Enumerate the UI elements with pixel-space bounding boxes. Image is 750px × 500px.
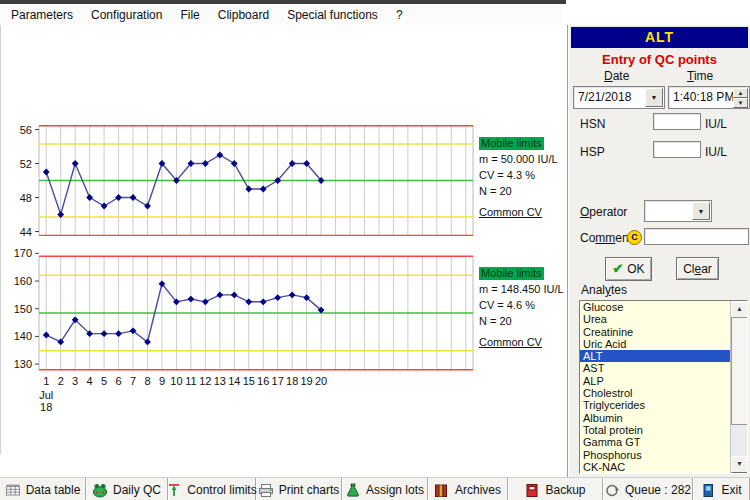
qc-data-point bbox=[274, 294, 281, 301]
toolbar-button-exit[interactable]: Exit bbox=[693, 478, 750, 500]
ok-button[interactable]: ✔ OK bbox=[605, 257, 652, 281]
operator-select[interactable]: ▼ bbox=[644, 200, 712, 222]
analyte-item-cholestrol[interactable]: Cholestrol bbox=[580, 387, 747, 399]
toolbar-button-queue-282[interactable]: Queue : 282 bbox=[603, 478, 693, 500]
dropdown-arrow-icon[interactable]: ▼ bbox=[645, 88, 663, 107]
qc-data-point bbox=[231, 291, 238, 298]
menu-item-special-functions[interactable]: Special functions bbox=[278, 5, 387, 25]
qc-data-point bbox=[101, 203, 108, 210]
frog-icon bbox=[92, 483, 108, 498]
x-tick-label: 6 bbox=[116, 375, 122, 387]
x-tick-label: 18 bbox=[286, 375, 298, 387]
qc-data-point bbox=[130, 194, 137, 201]
analyte-item-albumin[interactable]: Albumin bbox=[580, 412, 747, 424]
y-tick-label: 130 bbox=[14, 358, 32, 370]
hsn-input[interactable] bbox=[653, 113, 701, 130]
time-label: Time bbox=[687, 69, 713, 83]
toolbar-button-print-charts[interactable]: Print charts bbox=[256, 478, 342, 500]
qc-application-window: ParametersConfigurationFileClipboardSpec… bbox=[0, 0, 750, 500]
hsp-label: HSP bbox=[580, 145, 605, 159]
x-tick-label: 19 bbox=[301, 375, 313, 387]
common-cv-link[interactable]: Common CV bbox=[479, 336, 542, 349]
scrollbar-thumb[interactable] bbox=[731, 317, 748, 425]
qc-data-point bbox=[101, 330, 108, 337]
toolbar-button-data-table[interactable]: Data table bbox=[0, 478, 86, 500]
x-tick-label: 13 bbox=[214, 375, 226, 387]
toolbar-button-label: Daily QC bbox=[113, 483, 161, 497]
menu-bar: ParametersConfigurationFileClipboardSpec… bbox=[0, 4, 562, 26]
analyte-item-phosphorus[interactable]: Phosphorus bbox=[580, 449, 747, 461]
qc-data-point bbox=[245, 298, 252, 305]
analyte-item-ast[interactable]: AST bbox=[580, 362, 747, 374]
toolbar-button-backup[interactable]: Backup bbox=[508, 478, 603, 500]
menu-item-clipboard[interactable]: Clipboard bbox=[209, 5, 278, 25]
toolbar-button-daily-qc[interactable]: Daily QC bbox=[86, 478, 168, 500]
analyte-item-ck-nac[interactable]: CK-NAC bbox=[580, 461, 747, 473]
hsn-label: HSN bbox=[580, 117, 605, 131]
comment-input[interactable] bbox=[644, 228, 749, 245]
y-tick-label: 150 bbox=[14, 303, 32, 315]
time-value: 1:40:18 PM bbox=[673, 90, 734, 104]
toolbar-button-label: Print charts bbox=[279, 483, 340, 497]
scroll-up-icon[interactable]: ▲ bbox=[731, 301, 748, 318]
analyte-item-gamma-gt[interactable]: Gamma GT bbox=[580, 436, 747, 448]
analyte-item-urea[interactable]: Urea bbox=[580, 313, 747, 325]
hsn-unit: IU/L bbox=[705, 117, 727, 131]
common-cv-link[interactable]: Common CV bbox=[479, 206, 542, 219]
comment-label: Comment bbox=[580, 231, 632, 245]
dropdown-arrow-icon[interactable]: ▼ bbox=[692, 202, 710, 220]
toolbar-button-label: Data table bbox=[26, 483, 81, 497]
toolbar-button-label: Control limits bbox=[187, 483, 256, 497]
x-tick-label: 15 bbox=[243, 375, 255, 387]
x-tick-label: 12 bbox=[199, 375, 211, 387]
x-tick-label: 3 bbox=[72, 375, 78, 387]
bottom-toolbar: Data tableDaily QCControl limitsPrint ch… bbox=[0, 477, 750, 500]
mean-value-text: m = 148.450 IU/L bbox=[479, 283, 567, 296]
exit-icon bbox=[700, 483, 716, 498]
x-tick-label: 5 bbox=[101, 375, 107, 387]
analyte-item-creatinine[interactable]: Creatinine bbox=[580, 326, 747, 338]
analyte-item-triglycerides[interactable]: Triglycerides bbox=[580, 399, 747, 411]
comment-icon[interactable]: C bbox=[627, 230, 642, 245]
printer-icon bbox=[258, 483, 274, 498]
hsp-input[interactable] bbox=[653, 141, 701, 158]
qc-data-point bbox=[202, 160, 209, 167]
mobile-limits-badge: Mobile limits bbox=[479, 137, 544, 150]
x-tick-label: 1 bbox=[43, 375, 49, 387]
analyte-item-alt[interactable]: ALT bbox=[580, 350, 747, 362]
menu-item-file[interactable]: File bbox=[171, 5, 208, 25]
qc-data-point bbox=[115, 330, 122, 337]
analytes-label: Analytes bbox=[581, 283, 627, 297]
analyte-item-alp[interactable]: ALP bbox=[580, 375, 747, 387]
clear-button-label: Clear bbox=[683, 262, 712, 276]
time-picker[interactable]: 1:40:18 PM ▲ ▼ bbox=[668, 86, 750, 109]
x-tick-label: 7 bbox=[130, 375, 136, 387]
queue-icon bbox=[604, 483, 620, 498]
toolbar-button-assign-lots[interactable]: Assign lots bbox=[342, 478, 428, 500]
menu-item-parameters[interactable]: Parameters bbox=[2, 5, 82, 25]
spin-down-icon[interactable]: ▼ bbox=[733, 98, 748, 108]
y-tick-label: 44 bbox=[20, 226, 32, 238]
analytes-scrollbar[interactable]: ▲ ▼ bbox=[730, 301, 747, 473]
mean-value-text: m = 50.000 IU/L bbox=[479, 153, 567, 166]
toolbar-button-control-limits[interactable]: Control limits bbox=[168, 478, 256, 500]
y-tick-label: 140 bbox=[14, 330, 32, 342]
date-picker[interactable]: 7/21/2018 ▼ bbox=[573, 86, 665, 109]
scroll-down-icon[interactable]: ▼ bbox=[731, 456, 748, 473]
analytes-listbox: GlucoseUreaCreatinineUric AcidALTASTALPC… bbox=[579, 300, 748, 474]
clear-button[interactable]: Clear bbox=[676, 257, 719, 280]
menu-item-configuration[interactable]: Configuration bbox=[82, 5, 171, 25]
y-tick-label: 48 bbox=[20, 192, 32, 204]
y-tick-label: 170 bbox=[14, 247, 32, 259]
analyte-item-uric-acid[interactable]: Uric Acid bbox=[580, 338, 747, 350]
mobile-limits-box-level1: Mobile limits m = 50.000 IU/L CV = 4.3 %… bbox=[479, 137, 567, 219]
menu-item-[interactable]: ? bbox=[387, 5, 412, 25]
qc-data-point bbox=[260, 298, 267, 305]
analyte-item-total-protein[interactable]: Total protein bbox=[580, 424, 747, 436]
analyte-item-glucose[interactable]: Glucose bbox=[580, 301, 747, 313]
x-tick-label: 14 bbox=[228, 375, 240, 387]
analyte-title-banner: ALT bbox=[571, 27, 748, 48]
toolbar-button-archives[interactable]: Archives bbox=[428, 478, 508, 500]
table-icon bbox=[5, 483, 21, 498]
spin-up-icon[interactable]: ▲ bbox=[733, 88, 748, 98]
